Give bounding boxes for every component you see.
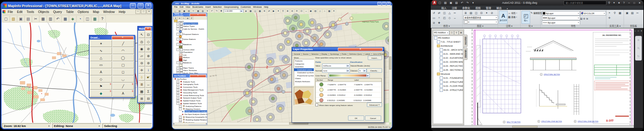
ribbon-tool-icon[interactable]: ↔ [452, 15, 457, 20]
layer-visibility-checkbox[interactable]: ✓ [180, 25, 183, 28]
canvas-scrollbar[interactable] [431, 125, 634, 128]
tab-overflow-icon[interactable]: ▾ [505, 7, 510, 10]
toc-header[interactable]: Table Of Contents ✕ [173, 13, 207, 16]
tree-expander-icon[interactable]: − [177, 33, 179, 36]
show-list-item[interactable]: Graduated symbols [294, 71, 314, 74]
toolbox-item[interactable]: + ▣ Conversion Tools [173, 86, 207, 88]
tree-expander-icon[interactable]: + [179, 116, 182, 118]
toc-layer-item[interactable]: − ✓ Calls for Service - Feb01 [173, 27, 207, 30]
panel-label[interactable]: 剪贴板 [624, 24, 643, 28]
arcmap-menu-item[interactable]: Windows [252, 6, 263, 8]
dialog-titlebar[interactable]: Layer Properties ✕ [292, 47, 384, 51]
drawing-tool-button[interactable]: ∿ [90, 47, 112, 54]
normalization-combo[interactable]: none▼ [322, 69, 350, 73]
toolbox-item[interactable]: + ◨ Measuring Geographic Distributions [173, 116, 207, 118]
horizontal-scrollbar[interactable]: ◀▶ [173, 123, 207, 125]
close-icon[interactable]: ✕ [145, 27, 151, 31]
ribbon-tool-icon[interactable]: ⚲ [612, 11, 617, 15]
mdi-window-button[interactable]: ─ [135, 10, 140, 14]
arcmap-menu-item[interactable]: Edit [179, 6, 184, 8]
show-list-item[interactable]: Features [294, 59, 314, 62]
panel-label[interactable]: 注释 ▾ [498, 24, 520, 28]
ribbon-tab[interactable]: 输出 [494, 6, 504, 10]
viewport-close-icon[interactable]: ✕ [640, 29, 643, 32]
toc-tool-button[interactable]: ≣ [174, 16, 177, 20]
viewport-restore-icon[interactable]: □ [637, 29, 640, 32]
sheet-list-item[interactable]: IRD Addition [433, 36, 463, 40]
arctoolbox-header[interactable]: ArcToolbox ✕ [173, 74, 207, 78]
infocenter-button[interactable]: ✦ [612, 1, 616, 5]
arcmap-titlebar[interactable]: ...ers - ArcMap - ArcInfo ─□✕ [172, 2, 392, 5]
ribbon-tool-icon[interactable]: ◰ [442, 15, 447, 20]
mapinfo-menu-item[interactable]: Map [91, 10, 101, 14]
mapinfo-toolbar-button[interactable]: ◈ [69, 15, 76, 23]
close-icon[interactable]: ✕ [190, 74, 206, 78]
sheet-list-item[interactable]: S-03 - FLOOR FRAMING [433, 84, 463, 88]
annotation-tool[interactable]: ↔ 线性 ▾ [508, 11, 517, 15]
ribbon-tool-icon[interactable]: ⌗ [437, 15, 442, 20]
ribbon-tool-icon[interactable]: ◫ [442, 11, 447, 15]
advanced-button[interactable]: Advanced▼ [367, 103, 382, 107]
sheet-list-item[interactable]: S-02 - STRUCTURAL SECTIONS [433, 80, 463, 84]
main-tool-button[interactable]: Σ [145, 88, 152, 95]
main-tool-button[interactable]: ✛ [139, 67, 145, 74]
mapinfo-toolbar-button[interactable]: ▢ [2, 15, 10, 23]
tree-expander-icon[interactable]: − [177, 48, 179, 51]
mapinfo-toolbar-button[interactable]: ▩ [91, 15, 98, 23]
tree-expander-icon[interactable]: + [177, 72, 179, 74]
infocenter-button[interactable]: ? [622, 1, 626, 5]
drawing-tool-button[interactable]: ◡ [112, 76, 134, 82]
ribbon-tab[interactable]: 插入 [439, 6, 449, 10]
sheet-list-item[interactable]: Structural [433, 72, 463, 76]
mapinfo-menu-item[interactable]: File [6, 10, 15, 14]
drawing-tool-button[interactable]: ◆? [90, 90, 112, 97]
sheet-list-item[interactable]: A-04 - REFLECTED CEILING PLANS [433, 64, 463, 68]
main-tool-button[interactable]: ↖ [139, 31, 145, 38]
quick-access-button[interactable]: ▧ [443, 1, 448, 5]
drawing-tool-button[interactable]: A [90, 69, 112, 75]
main-tool-button[interactable]: ⊖ [139, 60, 145, 66]
drawing-tool-button[interactable]: ⚑? [90, 83, 112, 90]
arcmap-menu-item[interactable]: File [173, 6, 178, 8]
layer-visibility-checkbox[interactable] [180, 69, 183, 72]
tree-expander-icon[interactable]: + [179, 105, 182, 108]
value-field-combo[interactable]: GiZScore▼ [322, 64, 350, 68]
statusbar-cell[interactable]: Editing: None ▲ [52, 123, 102, 128]
pan-icon[interactable]: ✛ [637, 39, 640, 42]
arcmap-menu-item[interactable]: Selection [212, 6, 223, 8]
toolbox-item[interactable]: + ▣ Spatial Analyst Tools [173, 99, 207, 102]
sheetset-tool-button[interactable]: ▤ [459, 31, 463, 35]
main-tool-button[interactable]: ⊕ [145, 53, 152, 59]
toolbox-item[interactable]: + ◨ Modeling Spatial Relationships [173, 118, 207, 121]
vertical-scrollbar[interactable] [389, 13, 391, 122]
main-tool-button[interactable]: ⊟ [145, 95, 152, 102]
navigation-bar[interactable]: ✛ ⚲ ↻ [635, 36, 642, 61]
layer-visibility-checkbox[interactable] [180, 48, 183, 51]
main-tool-button[interactable]: ▱ [139, 53, 145, 59]
layer-visibility-checkbox[interactable] [180, 33, 183, 36]
arcmap-menu-item[interactable]: Customize [240, 6, 252, 8]
toc-layer-item[interactable]: + ✓ World_Topo_Map [173, 72, 207, 74]
dialog-tab[interactable]: Joins & Relates [372, 53, 384, 55]
layer-visibility-checkbox[interactable]: ✓ [180, 27, 183, 30]
toc-tool-button[interactable]: ▤ [186, 16, 189, 20]
ribbon-tool-icon[interactable]: ↺ [431, 11, 436, 15]
mapinfo-toolbar-button[interactable]: ▦ [62, 15, 69, 23]
checkbox-icon[interactable] [315, 104, 318, 106]
main-tool-button[interactable]: ◎ [139, 38, 145, 45]
block-tool[interactable]: ✎ 编辑属性 [530, 11, 542, 15]
toc-layer-item[interactable]: − Active Stations [173, 38, 207, 40]
toolbox-item[interactable]: + ◨ Analyzing Patterns [173, 105, 207, 108]
drawing-tool-button[interactable]: △ [90, 54, 112, 61]
toc-tool-button[interactable]: ⇵ [190, 16, 193, 20]
quick-access-button[interactable]: ▣ [448, 1, 453, 5]
plotstyle-combo[interactable]: BYCOLOR▼ [580, 11, 606, 15]
close-icon[interactable]: ✕ [112, 36, 134, 40]
show-list-item[interactable]: Graduated colors [294, 68, 314, 71]
ribbon-tool-icon[interactable]: ◫ [474, 11, 479, 15]
toc-layer-item[interactable]: − Census 2010 [173, 48, 207, 51]
tree-expander-icon[interactable]: + [177, 99, 179, 102]
palette-tab[interactable]: 模型视图 [463, 48, 467, 60]
ribbon-tool-icon[interactable]: ▭ [431, 15, 436, 20]
dialog-tab[interactable]: General [293, 53, 301, 55]
